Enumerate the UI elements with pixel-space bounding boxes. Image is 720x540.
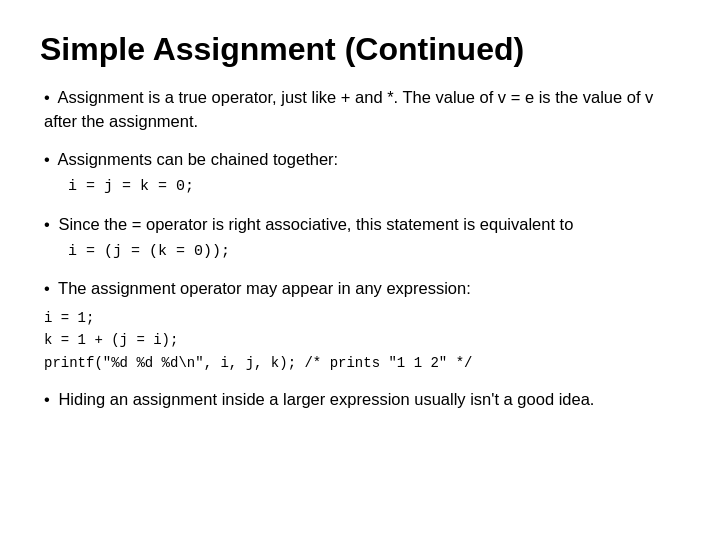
bullet-2-code: i = j = k = 0; xyxy=(68,176,680,199)
bullet-4: • The assignment operator may appear in … xyxy=(40,277,680,374)
bullet-3: • Since the = operator is right associat… xyxy=(40,213,680,263)
bullet-1: • Assignment is a true operator, just li… xyxy=(40,86,680,134)
bullet-2-text: • Assignments can be chained together: xyxy=(40,148,680,172)
bullet-3-text: • Since the = operator is right associat… xyxy=(40,213,680,237)
bullet-5-content: Hiding an assignment inside a larger exp… xyxy=(58,390,594,408)
code-line-3: printf("%d %d %d\n", i, j, k); /* prints… xyxy=(44,355,472,371)
bullet-3-dot: • xyxy=(44,215,50,233)
bullet-5-text: • Hiding an assignment inside a larger e… xyxy=(40,388,680,412)
bullet-4-text: • The assignment operator may appear in … xyxy=(40,277,680,301)
bullet-2: • Assignments can be chained together: i… xyxy=(40,148,680,198)
code-line-1: i = 1; xyxy=(44,310,94,326)
bullet-5: • Hiding an assignment inside a larger e… xyxy=(40,388,680,412)
bullet-1-text: • Assignment is a true operator, just li… xyxy=(40,86,680,134)
bullet-4-content: The assignment operator may appear in an… xyxy=(58,279,471,297)
bullet-2-dot: • xyxy=(44,150,50,168)
slide-container: Simple Assignment (Continued) • Assignme… xyxy=(0,0,720,540)
slide-title: Simple Assignment (Continued) xyxy=(40,30,680,68)
bullet-1-dot: • xyxy=(44,88,50,106)
bullet-3-code: i = (j = (k = 0)); xyxy=(68,241,680,264)
bullet-4-code: i = 1; k = 1 + (j = i); printf("%d %d %d… xyxy=(44,307,680,374)
bullet-4-dot: • xyxy=(44,279,50,297)
bullet-1-content: Assignment is a true operator, just like… xyxy=(44,88,653,130)
bullet-5-dot: • xyxy=(44,390,50,408)
bullet-3-content: Since the = operator is right associativ… xyxy=(58,215,573,233)
code-line-2: k = 1 + (j = i); xyxy=(44,332,178,348)
bullet-2-content: Assignments can be chained together: xyxy=(57,150,338,168)
